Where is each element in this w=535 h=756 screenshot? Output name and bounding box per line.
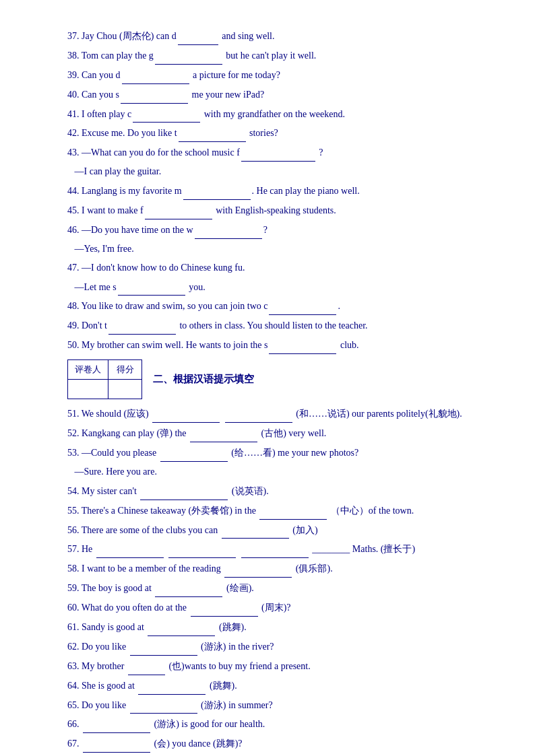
line-46: 46. —Do you have time on the w ? <box>67 221 481 239</box>
line-text: The boy is good at <box>82 583 154 593</box>
line-mid: (俱乐部). <box>293 563 332 574</box>
line-text: —Sure. Here you are. <box>75 467 157 477</box>
line-rest: ________ Maths. (擅长于) <box>310 544 415 554</box>
line-52: 52. Kangkang can play (弹) the (古他) very … <box>67 424 481 442</box>
line-66: 66. (游泳) is good for our health. <box>67 715 481 733</box>
line-text: —What can you do for the school music f <box>82 147 240 158</box>
blank <box>140 482 228 500</box>
blank <box>130 638 197 656</box>
line-48: 48. You like to draw and swim, so you ca… <box>67 297 481 315</box>
line-mid: (跳舞). <box>216 622 246 632</box>
blank <box>83 734 150 753</box>
blank <box>191 598 258 617</box>
line-text: Can you d <box>82 70 121 80</box>
line-number: 58. <box>67 563 80 574</box>
line-number: 53. <box>67 448 80 458</box>
blank <box>152 405 220 423</box>
line-number: 55. <box>67 506 80 516</box>
line-mid: (古他) very well. <box>259 428 326 438</box>
line-67: 67. (会) you dance (跳舞)? <box>67 734 481 753</box>
blank3 <box>241 540 309 558</box>
line-text: —I can play the guitar. <box>75 166 162 176</box>
line-39: 39. Can you d a picture for me today? <box>67 66 481 84</box>
line-number: 38. <box>67 50 80 61</box>
line-number: 44. <box>67 186 80 196</box>
line-number: 66. <box>67 719 80 729</box>
line-text: Don't t <box>82 320 107 331</box>
line-text: Can you s <box>82 90 119 100</box>
line-53: 53. —Could you please (给……看) me your new… <box>67 444 481 462</box>
line-43b: —I can play the guitar. <box>67 163 481 180</box>
line-rest: stories? <box>247 128 278 138</box>
line-text: My brother <box>82 661 127 671</box>
blank <box>269 297 336 315</box>
line-text: —Could you please <box>82 448 159 458</box>
blank2 <box>168 540 236 558</box>
line-text: Excuse me. Do you like t <box>82 128 177 138</box>
line-mid: (游泳) is good for our health. <box>152 719 265 729</box>
line-number: 63. <box>67 661 80 671</box>
line-number: 64. <box>67 681 80 691</box>
line-mid: (游泳) in summer? <box>199 700 273 710</box>
line-number: 50. <box>67 340 80 350</box>
line-mid: (会) you dance (跳舞)? <box>152 738 243 749</box>
line-43: 43. —What can you do for the school musi… <box>67 143 481 162</box>
line-number: 62. <box>67 642 80 652</box>
line-rest: to others in class. You should listen to… <box>177 320 368 331</box>
line-rest: ? <box>317 147 323 158</box>
line-number: 52. <box>67 428 80 438</box>
section2-header: 评卷人 得分 二、根据汉语提示填空 <box>67 359 481 399</box>
line-text: There are some of the clubs you can <box>82 525 220 535</box>
line-text: She is good at <box>82 681 137 691</box>
blank <box>224 559 292 578</box>
line-rest: ? <box>263 225 268 235</box>
line-number: 40. <box>67 90 80 100</box>
blank <box>122 66 189 84</box>
line-rest: but he can't play it well. <box>224 50 316 61</box>
line-number: 39. <box>67 70 80 80</box>
blank <box>241 143 315 162</box>
blank <box>179 124 246 142</box>
line-61: 61. Sandy is good at (跳舞). <box>67 618 481 636</box>
line-number: 46. <box>67 225 80 235</box>
blank <box>183 182 251 200</box>
line-rest: . <box>338 301 340 311</box>
line-number: 60. <box>67 603 80 613</box>
line-number: 54. <box>67 486 80 496</box>
line-47: 47. —I don't know how to do Chinese kung… <box>67 259 481 277</box>
line-text: Jay Chou (周杰伦) can d <box>82 31 177 41</box>
score-label1: 评卷人 <box>68 360 108 380</box>
line-rest: a picture for me today? <box>191 70 280 80</box>
line-rest: me your new iPad? <box>189 90 264 100</box>
line-40: 40. Can you s me your new iPad? <box>67 85 481 104</box>
blank2 <box>225 405 292 423</box>
line-text: I want to be a member of the reading <box>82 563 223 574</box>
blank <box>259 502 327 520</box>
line-mid: (加入) <box>290 525 318 535</box>
line-number: 41. <box>67 109 80 119</box>
blank <box>148 618 215 636</box>
line-mid: (绘画). <box>224 583 253 593</box>
line-text: My brother can swim well. He wants to jo… <box>82 340 268 350</box>
line-rest: with my grandfather on the weekend. <box>201 109 345 119</box>
line-41: 41. I often play c with my grandfather o… <box>67 105 481 123</box>
section1: 37. Jay Chou (周杰伦) can d and sing well. … <box>67 27 481 354</box>
line-65: 65. Do you like (游泳) in summer? <box>67 696 481 714</box>
line-number: 49. <box>67 320 80 331</box>
line-rest: . He can play the piano well. <box>252 186 360 196</box>
line-text: —Do you have time on the w <box>82 225 193 235</box>
line-51: 51. We should (应该) (和……说话) our parents p… <box>67 405 481 423</box>
line-55: 55. There's a Chinese takeaway (外卖餐馆) in… <box>67 502 481 520</box>
line-49: 49. Don't t to others in class. You shou… <box>67 316 481 335</box>
line-rest: and sing well. <box>220 31 275 41</box>
line-text: Do you like <box>82 642 129 652</box>
line-number: 43. <box>67 147 80 158</box>
line-number: 37. <box>67 31 80 41</box>
line-number: 45. <box>67 205 80 215</box>
line-46b: —Yes, I'm free. <box>67 240 481 258</box>
blank <box>160 444 228 462</box>
section2: 51. We should (应该) (和……说话) our parents p… <box>67 405 481 756</box>
blank <box>138 677 206 695</box>
line-text: I want to make f <box>82 205 144 215</box>
blank <box>121 85 188 104</box>
